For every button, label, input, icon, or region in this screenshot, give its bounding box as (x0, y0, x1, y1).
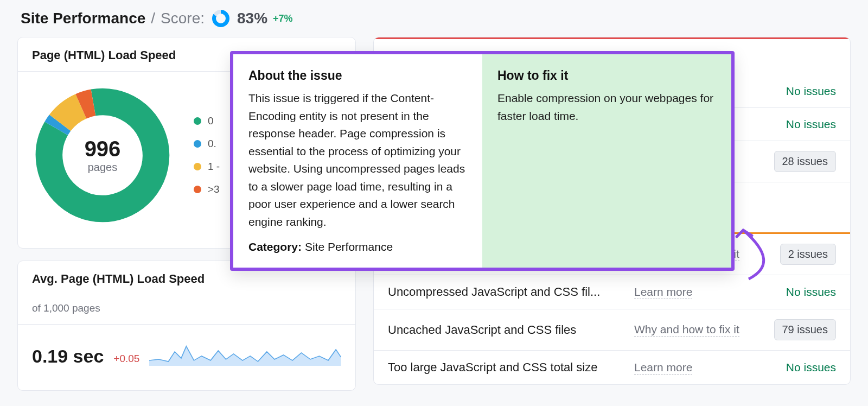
page-header: Site Performance / Score: 83% +7% (0, 0, 868, 37)
popover-fix-text: Enable compression on your webpages for … (497, 90, 716, 125)
issue-count-badge[interactable]: 79 issues (774, 319, 837, 340)
issue-status: No issues (786, 118, 836, 131)
popover-about-text: This issue is triggered if the Content-E… (248, 90, 467, 231)
score-label: Score: (161, 10, 205, 27)
legend-dot-icon (194, 186, 201, 193)
legend-dot-icon (194, 140, 201, 148)
issue-count-badge[interactable]: 2 issues (780, 244, 836, 265)
issue-explainer-popover: About the issue This issue is triggered … (230, 51, 735, 271)
issue-name: Too large JavaScript and CSS total size (388, 360, 610, 375)
issue-name: Uncompressed JavaScript and CSS fil... (388, 285, 610, 299)
popover-category: Category: Site Performance (248, 240, 467, 253)
legend-dot-icon (194, 163, 201, 170)
popover-fix-title: How to fix it (497, 68, 716, 83)
issue-row[interactable]: Too large JavaScript and CSS total size … (374, 351, 850, 384)
legend-item[interactable]: 1 - (194, 161, 220, 173)
breadcrumb-sep: / (151, 10, 155, 27)
issue-row[interactable]: Uncached JavaScript and CSS files Why an… (374, 309, 850, 351)
avg-load-value: 0.19 sec (32, 346, 104, 367)
popover-about-title: About the issue (248, 68, 467, 83)
donut-center-value: 996 (85, 137, 121, 161)
avg-load-speed-card: Avg. Page (HTML) Load Speed of 1,000 pag… (17, 261, 356, 391)
issue-fix-link[interactable]: Why and how to fix it (634, 323, 739, 337)
issue-name: Uncached JavaScript and CSS files (388, 323, 610, 337)
legend-dot-icon (194, 117, 201, 125)
score-ring-icon (212, 10, 229, 27)
spark-chart (149, 335, 341, 366)
issue-row[interactable]: Uncompressed JavaScript and CSS fil... L… (374, 275, 850, 309)
donut-center-label: pages (88, 161, 118, 174)
legend-item[interactable]: 0 (194, 115, 220, 127)
avg-load-delta: +0.05 (113, 353, 139, 367)
issue-count-badge[interactable]: 28 issues (774, 151, 837, 172)
avg-load-subtitle: of 1,000 pages (18, 295, 355, 314)
legend-item[interactable]: >3 (194, 183, 220, 195)
donut-chart[interactable]: 996 pages (32, 85, 173, 226)
issue-status: No issues (786, 361, 836, 374)
score-delta: +7% (273, 13, 293, 24)
donut-legend: 0 0. 1 - >3 (194, 115, 220, 195)
legend-item[interactable]: 0. (194, 138, 220, 150)
issue-status: No issues (786, 286, 836, 299)
score-percent: 83% (237, 10, 267, 27)
issue-status: No issues (786, 85, 836, 98)
page-title: Site Performance (21, 10, 145, 27)
issue-learn-more-link[interactable]: Learn more (634, 286, 692, 299)
issue-learn-more-link[interactable]: Learn more (634, 361, 692, 375)
avg-load-title: Avg. Page (HTML) Load Speed (32, 272, 341, 286)
